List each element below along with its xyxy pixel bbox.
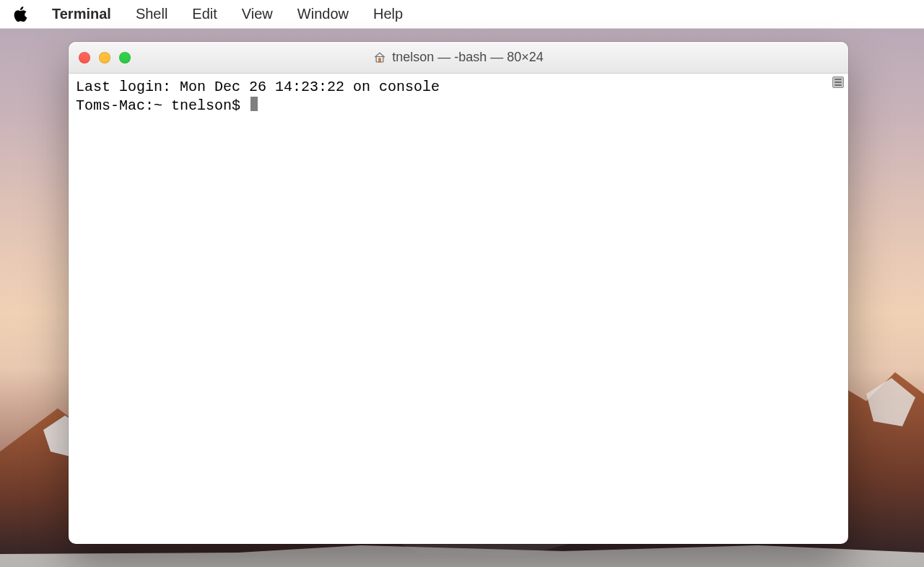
terminal-window: tnelson — -bash — 80×24 Last login: Mon … (69, 42, 848, 544)
svg-marker-6 (0, 545, 924, 567)
window-controls (69, 52, 131, 63)
menu-item-shell[interactable]: Shell (126, 3, 178, 25)
menu-bar: Terminal Shell Edit View Window Help (0, 0, 924, 29)
window-title: tnelson — -bash — 80×24 (392, 50, 544, 65)
menu-app-name[interactable]: Terminal (42, 3, 121, 25)
terminal-prompt: Toms-Mac:~ tnelson$ (76, 97, 249, 114)
svg-rect-8 (379, 58, 381, 61)
close-button[interactable] (79, 52, 90, 63)
menu-item-window[interactable]: Window (287, 3, 359, 25)
terminal-line: Last login: Mon Dec 26 14:23:22 on conso… (76, 78, 828, 97)
scrollbar[interactable] (835, 76, 847, 541)
home-folder-icon (373, 51, 386, 64)
terminal-content[interactable]: Last login: Mon Dec 26 14:23:22 on conso… (71, 74, 832, 541)
zoom-button[interactable] (119, 52, 131, 63)
svg-rect-7 (376, 56, 383, 62)
apple-menu-icon[interactable] (12, 6, 29, 23)
cursor-icon (250, 97, 258, 111)
svg-marker-4 (866, 378, 915, 426)
menu-item-help[interactable]: Help (363, 3, 413, 25)
title-bar[interactable]: tnelson — -bash — 80×24 (69, 42, 848, 74)
menu-item-edit[interactable]: Edit (182, 3, 227, 25)
window-title-container: tnelson — -bash — 80×24 (69, 50, 848, 65)
minimize-button[interactable] (99, 52, 110, 63)
terminal-prompt-line: Toms-Mac:~ tnelson$ (76, 97, 828, 115)
menu-item-view[interactable]: View (232, 3, 283, 25)
